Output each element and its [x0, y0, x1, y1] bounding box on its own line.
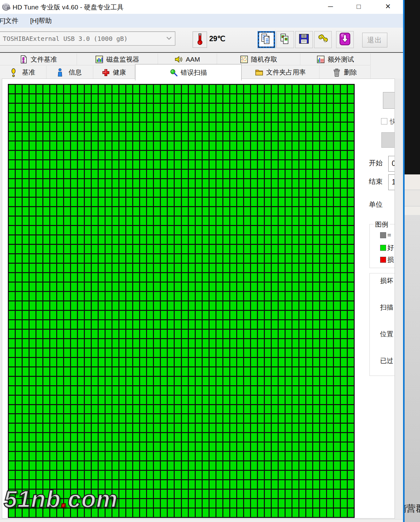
scan-block — [64, 151, 70, 159]
scan-block — [133, 151, 139, 159]
scan-block — [341, 433, 347, 442]
scan-block — [9, 264, 15, 272]
scan-block — [92, 179, 98, 188]
start-scan-button[interactable] — [383, 92, 395, 109]
copy-image-button[interactable] — [276, 31, 294, 48]
scan-block — [196, 480, 202, 489]
scan-block — [36, 198, 42, 206]
scan-block — [99, 386, 105, 395]
tab-row1-4[interactable]: 额外测试 — [300, 53, 370, 65]
scan-block — [272, 330, 278, 338]
scan-block — [154, 292, 160, 300]
scan-block — [299, 377, 305, 385]
tab-row2-5[interactable]: 删除 — [319, 66, 370, 79]
scan-block — [258, 349, 264, 357]
scan-block — [106, 405, 112, 414]
scan-block — [237, 386, 243, 395]
tab-row1-0[interactable]: 文件基准 — [0, 53, 77, 65]
minimize-button[interactable]: ─ — [320, 0, 341, 13]
scan-block — [106, 273, 112, 282]
scan-block — [126, 170, 132, 178]
menu-file[interactable]: [F]文件 — [0, 16, 19, 25]
scan-block — [189, 461, 195, 470]
scan-block — [99, 245, 105, 253]
scan-block — [306, 414, 312, 423]
scan-block — [168, 386, 174, 395]
download-button[interactable] — [336, 31, 354, 48]
tab-row2-4[interactable]: 文件夹占用率 — [242, 66, 319, 79]
scan-block — [210, 104, 215, 112]
scan-block — [203, 170, 209, 178]
copy-text-button[interactable] — [258, 31, 275, 48]
scan-block — [119, 358, 125, 366]
scan-block — [258, 301, 264, 310]
background-dark-region — [405, 0, 420, 174]
quick-scan-checkbox[interactable] — [381, 118, 387, 124]
scan-block — [57, 217, 63, 225]
scan-block — [292, 198, 298, 206]
map-button[interactable] — [381, 132, 395, 148]
scan-block — [23, 179, 29, 188]
exit-button[interactable]: 退出 — [362, 33, 387, 47]
scan-block — [78, 198, 84, 206]
tab-row2-3[interactable]: 错误扫描 — [135, 64, 242, 80]
scan-block — [292, 424, 298, 432]
scan-block — [265, 424, 271, 432]
menu-help[interactable]: [H]帮助 — [30, 16, 52, 25]
scan-block — [78, 245, 84, 253]
scan-block — [327, 405, 333, 414]
scan-block — [119, 461, 125, 470]
tab-row2-2[interactable]: 健康 — [93, 66, 135, 79]
options-button[interactable] — [314, 31, 332, 48]
scan-block — [203, 320, 209, 329]
scan-block — [216, 123, 222, 131]
scan-block — [43, 442, 49, 451]
maximize-button[interactable]: □ — [348, 0, 369, 13]
start-input[interactable]: 0 — [388, 156, 395, 172]
close-button[interactable]: ✕ — [377, 0, 399, 13]
tab-row2-1[interactable]: 信息 — [46, 66, 93, 79]
tab-row1-3[interactable]: 随机存取 — [217, 53, 300, 65]
tab-row2-0[interactable]: 基准 — [0, 66, 46, 79]
tab-row1-2[interactable]: AAM — [158, 53, 217, 65]
scan-block — [126, 377, 132, 385]
scan-block — [292, 170, 298, 178]
scan-block — [78, 113, 84, 122]
scan-block — [78, 311, 84, 319]
scan-block — [348, 151, 354, 159]
scan-block — [265, 170, 271, 178]
scan-block — [133, 254, 139, 263]
scan-block — [265, 132, 271, 140]
scan-block — [348, 283, 354, 291]
scan-block — [258, 311, 264, 319]
save-button[interactable] — [295, 31, 313, 48]
scan-block — [23, 160, 29, 169]
scan-block — [16, 104, 22, 112]
scan-block — [244, 405, 250, 414]
tab-row1-1[interactable]: 磁盘监视器 — [77, 53, 158, 65]
scan-block — [154, 508, 160, 517]
scan-block — [348, 386, 354, 395]
scan-block — [327, 273, 333, 282]
scan-block — [306, 499, 312, 508]
scan-block — [36, 424, 42, 432]
scan-block — [341, 160, 347, 169]
drive-selector-dropdown[interactable]: TOSHIBAExternal USB 3.0 (1000 gB) — [0, 31, 175, 46]
scan-block — [92, 471, 98, 479]
scan-block — [237, 508, 243, 517]
scan-block — [133, 94, 139, 103]
end-input[interactable]: 1 — [388, 174, 395, 190]
scan-block — [348, 424, 354, 432]
scan-block — [244, 85, 250, 93]
temperature-button[interactable] — [193, 31, 207, 48]
scan-block — [286, 104, 292, 112]
scan-block — [292, 301, 298, 310]
scan-block — [43, 217, 49, 225]
scan-block — [244, 104, 250, 112]
scan-block — [341, 414, 347, 423]
scan-block — [265, 367, 271, 376]
scan-block — [334, 151, 340, 159]
scan-block — [30, 94, 35, 103]
scan-block — [306, 349, 312, 357]
scan-block — [168, 273, 174, 282]
